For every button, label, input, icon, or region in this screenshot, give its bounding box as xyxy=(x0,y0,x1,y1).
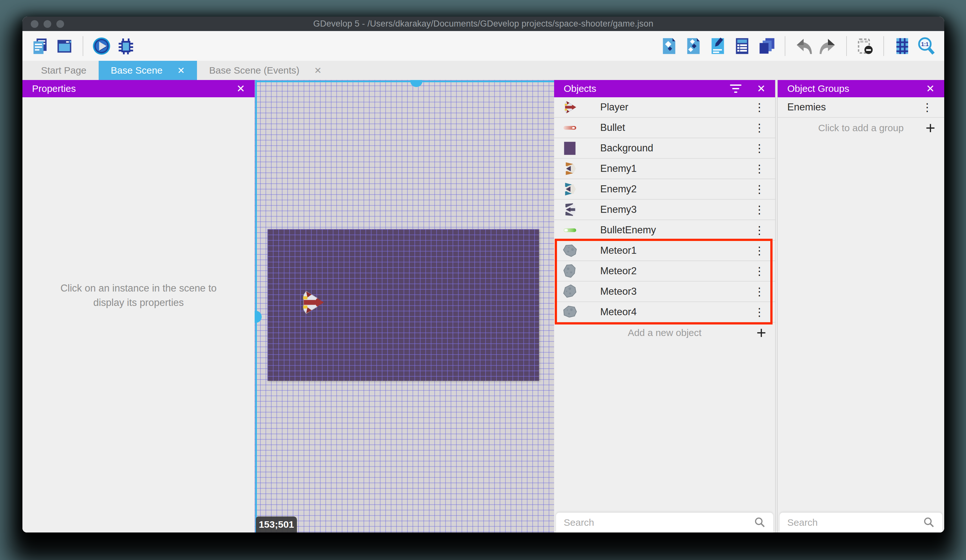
properties-editor-button[interactable] xyxy=(707,36,728,57)
grid-icon xyxy=(893,37,912,56)
object-item-bulletenemy[interactable]: BulletEnemy⋮ xyxy=(554,220,775,241)
layers-editor-button[interactable] xyxy=(756,36,777,57)
add-object-button[interactable]: Add a new object + xyxy=(554,323,775,343)
player-instance[interactable] xyxy=(299,287,326,318)
object-item-background[interactable]: Background⋮ xyxy=(554,138,775,159)
add-group-button[interactable]: Click to add a group + xyxy=(778,118,944,138)
toolbar-separator xyxy=(785,36,785,56)
project-manager-button[interactable] xyxy=(30,36,51,57)
scene-border-top xyxy=(255,81,554,82)
zoom-ratio-button[interactable]: 1:1 xyxy=(916,36,937,57)
panel-divider[interactable] xyxy=(775,80,778,532)
groups-search-input[interactable] xyxy=(787,517,923,528)
tab-close-icon[interactable]: ✕ xyxy=(314,65,322,76)
scene-window-icon xyxy=(55,37,74,56)
main-content: Properties ✕ Click on an instance in the… xyxy=(22,80,944,532)
window-title: GDevelop 5 - /Users/dkarakay/Documents/G… xyxy=(313,19,654,29)
player-thumbnail xyxy=(562,100,577,115)
close-window-button[interactable] xyxy=(31,20,38,28)
object-item-player[interactable]: Player⋮ xyxy=(554,97,775,118)
object-menu-icon[interactable]: ⋮ xyxy=(752,142,767,155)
objects-editor-button[interactable] xyxy=(659,36,680,57)
object-item-enemy1[interactable]: Enemy1⋮ xyxy=(554,159,775,179)
grid-button[interactable] xyxy=(892,36,913,57)
search-icon xyxy=(754,517,766,528)
close-icon[interactable]: ✕ xyxy=(926,84,935,94)
object-menu-icon[interactable]: ⋮ xyxy=(752,121,767,134)
object-item-enemy2[interactable]: Enemy2⋮ xyxy=(554,179,775,200)
tab-base-scene[interactable]: Base Scene✕ xyxy=(99,61,197,80)
traffic-lights xyxy=(31,16,64,31)
undo-button[interactable] xyxy=(793,36,814,57)
scene-window-button[interactable] xyxy=(54,36,75,57)
object-item-bullet[interactable]: Bullet⋮ xyxy=(554,118,775,138)
redo-button[interactable] xyxy=(817,36,838,57)
object-menu-icon[interactable]: ⋮ xyxy=(752,162,767,175)
close-icon[interactable]: ✕ xyxy=(237,84,245,94)
project-manager-icon xyxy=(31,37,49,56)
tab-base-scene-events[interactable]: Base Scene (Events)✕ xyxy=(197,61,334,80)
titlebar: GDevelop 5 - /Users/dkarakay/Documents/G… xyxy=(22,16,944,31)
object-menu-icon[interactable]: ⋮ xyxy=(752,203,767,216)
toolbar-left-group xyxy=(30,36,136,57)
scene-border-left xyxy=(255,80,257,532)
toolbar-separator xyxy=(846,36,847,56)
plus-icon: + xyxy=(757,324,766,341)
minimize-window-button[interactable] xyxy=(44,20,51,28)
debug-icon xyxy=(117,37,135,56)
object-menu-icon[interactable]: ⋮ xyxy=(752,224,767,236)
object-item-meteor1[interactable]: Meteor1⋮ xyxy=(554,241,775,261)
object-menu-icon[interactable]: ⋮ xyxy=(752,265,767,277)
toolbar-right-group: 1:1 xyxy=(659,36,937,57)
objects-panel-title: Objects xyxy=(564,83,596,94)
gdevelop-window: GDevelop 5 - /Users/dkarakay/Documents/G… xyxy=(22,16,944,532)
top-center-handle[interactable] xyxy=(410,80,422,87)
object-item-meteor4[interactable]: Meteor4⋮ xyxy=(554,302,775,323)
enemy2-thumbnail xyxy=(562,182,577,196)
group-item-enemies[interactable]: Enemies⋮ xyxy=(778,97,944,118)
tab-start-page[interactable]: Start Page xyxy=(29,61,99,80)
object-groups-panel-header: Object Groups ✕ xyxy=(778,80,944,97)
objects-editor-icon xyxy=(660,37,678,56)
bullet-enemy-thumbnail xyxy=(562,223,577,237)
close-icon[interactable]: ✕ xyxy=(757,84,766,94)
tab-bar: Start PageBase Scene✕Base Scene (Events)… xyxy=(22,61,944,80)
object-groups-editor-icon xyxy=(684,37,703,56)
object-menu-icon[interactable]: ⋮ xyxy=(752,101,767,114)
object-item-enemy3[interactable]: Enemy3⋮ xyxy=(554,200,775,220)
object-groups-editor-button[interactable] xyxy=(683,36,704,57)
properties-panel-header: Properties ✕ xyxy=(22,80,255,97)
enemy1-thumbnail xyxy=(562,161,577,176)
play-button[interactable] xyxy=(91,36,112,57)
object-groups-panel: Object Groups ✕ Enemies⋮ Click to add a … xyxy=(778,80,944,532)
properties-panel: Properties ✕ Click on an instance in the… xyxy=(22,80,255,532)
groups-search-bar xyxy=(780,513,942,532)
desktop-background: GDevelop 5 - /Users/dkarakay/Documents/G… xyxy=(0,0,966,560)
meteor-thumbnail xyxy=(562,264,577,278)
meteor-thumbnail xyxy=(560,303,579,322)
mask-button[interactable] xyxy=(854,36,876,57)
cursor-coordinates-badge: 153;501 xyxy=(256,516,297,532)
object-menu-icon[interactable]: ⋮ xyxy=(752,183,767,195)
maximize-window-button[interactable] xyxy=(56,20,64,28)
objects-search-input[interactable] xyxy=(564,517,754,528)
group-menu-icon[interactable]: ⋮ xyxy=(920,101,935,114)
filter-icon[interactable] xyxy=(730,85,743,93)
scene-canvas[interactable]: 153;501 xyxy=(255,80,554,532)
object-menu-icon[interactable]: ⋮ xyxy=(752,244,767,257)
debug-button[interactable] xyxy=(115,36,136,57)
instances-list-button[interactable] xyxy=(731,36,753,57)
group-list: Enemies⋮ xyxy=(778,97,944,118)
redo-icon xyxy=(819,37,837,56)
objects-search-bar xyxy=(556,513,773,532)
object-menu-icon[interactable]: ⋮ xyxy=(752,285,767,298)
meteor-thumbnail xyxy=(561,242,579,260)
object-item-meteor3[interactable]: Meteor3⋮ xyxy=(554,282,775,302)
objects-panel: Objects ✕ Player⋮Bullet⋮Background⋮Enemy… xyxy=(554,80,775,532)
tab-close-icon[interactable]: ✕ xyxy=(177,65,185,76)
object-menu-icon[interactable]: ⋮ xyxy=(752,306,767,318)
left-middle-handle[interactable] xyxy=(255,311,262,323)
object-item-meteor2[interactable]: Meteor2⋮ xyxy=(554,261,775,282)
objects-panel-header: Objects ✕ xyxy=(554,80,775,97)
bullet-thumbnail xyxy=(562,120,577,135)
